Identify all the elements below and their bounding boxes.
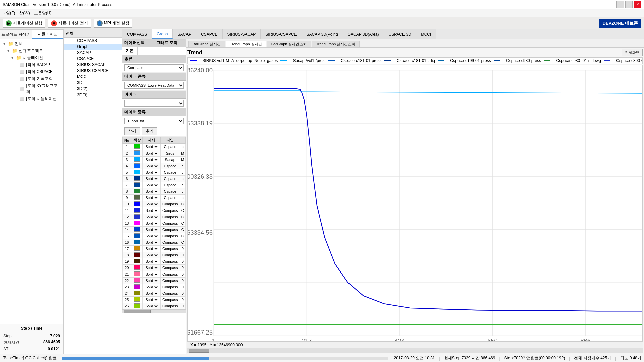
subtab-trendgraph-history[interactable]: TrendGraph 실시간조회: [312, 41, 360, 47]
close-button[interactable]: ✕: [634, 1, 641, 8]
center-node-sacap[interactable]: SACAP: [64, 50, 122, 56]
dash-select[interactable]: Solid: [144, 145, 159, 149]
table-row[interactable]: 14 Solid Compass C: [123, 227, 186, 233]
table-row[interactable]: 11 Solid Compass C: [123, 207, 186, 214]
fullscreen-button[interactable]: 전체화면: [622, 49, 643, 56]
center-node-3d[interactable]: 3D: [64, 80, 122, 86]
id-select[interactable]: [124, 100, 184, 107]
dash-select[interactable]: Solid: [144, 253, 159, 257]
delete-button[interactable]: 삭제: [124, 127, 140, 135]
table-scrollbar[interactable]: [122, 309, 186, 313]
table-row[interactable]: 22 Solid Compass 0: [123, 278, 186, 284]
dash-select[interactable]: Solid: [144, 208, 159, 213]
subtab-bargraph-realtime[interactable]: BarGraph 실시간: [188, 41, 225, 47]
class-select[interactable]: Compass: [124, 64, 184, 71]
table-row[interactable]: 4 Solid Cspace c: [123, 163, 186, 169]
dash-select[interactable]: Solid: [144, 240, 159, 245]
table-row[interactable]: 17 Solid Compass 0: [123, 246, 186, 252]
dash-select[interactable]: Solid: [144, 285, 159, 289]
tab-simulation[interactable]: 시뮬레이션: [32, 29, 64, 39]
dash-select[interactable]: Solid: [144, 215, 159, 219]
dash-select[interactable]: Solid: [144, 228, 159, 232]
maximize-button[interactable]: □: [625, 1, 633, 8]
center-node-sirius-csapce[interactable]: SIRIUS-CSAPCE: [64, 68, 122, 74]
tab-project-explorer[interactable]: 프로젝트 탐색기: [0, 29, 32, 39]
dash-select[interactable]: Solid: [144, 298, 159, 302]
data-class-select[interactable]: COMPASS_LowerHeadData: [124, 82, 184, 89]
table-row[interactable]: 26 Solid Compass 0: [123, 303, 186, 309]
mpi-setting-button[interactable]: 👤 MPI 계정 설정: [94, 19, 132, 28]
menu-help[interactable]: 도움말(H): [34, 10, 52, 16]
center-node-compass[interactable]: COMPASS: [64, 38, 122, 44]
table-row[interactable]: 10 Solid Compass C: [123, 201, 186, 207]
center-node-sirius-sacap[interactable]: SIRIUS-SACAP: [64, 62, 122, 68]
tree-node-records[interactable]: ⬜ [조회]기록조회: [1, 75, 62, 82]
dash-select[interactable]: Solid: [144, 234, 159, 238]
tab-compass[interactable]: COMPASS: [122, 29, 152, 39]
tab-sirius-csapce[interactable]: SIRIUS-CSAPCE: [261, 29, 302, 39]
tree-node-simulation[interactable]: ▼ 📁 시뮬레이션: [1, 54, 62, 61]
tree-node-all[interactable]: ▼ 📁 전체: [1, 40, 62, 47]
menu-file[interactable]: 파일(F): [2, 10, 15, 16]
dash-select[interactable]: Solid: [144, 272, 159, 277]
table-row[interactable]: 15 Solid Compass C: [123, 233, 186, 239]
tab-sacap-3d-area[interactable]: SACAP 3D(Area): [343, 29, 384, 39]
center-node-mcci[interactable]: MCCI: [64, 74, 122, 80]
dash-select[interactable]: Solid: [144, 291, 159, 296]
table-row[interactable]: 3 Solid Sacap M: [123, 157, 186, 163]
add-button[interactable]: 추가: [142, 127, 157, 135]
table-row[interactable]: 2 Solid Sirus M: [123, 150, 186, 157]
tree-node-cspace[interactable]: ⬜ [작화]CSPACE: [1, 68, 62, 75]
table-row[interactable]: 9 Solid Cspace c: [123, 195, 186, 201]
dash-select[interactable]: Solid: [144, 202, 159, 206]
tree-node-xy-graph[interactable]: ⬜ [조회]XY그래프조회: [1, 82, 62, 95]
dash-select[interactable]: Solid: [144, 196, 159, 200]
dash-select[interactable]: Solid: [144, 266, 159, 270]
dash-select[interactable]: Solid: [144, 247, 159, 251]
dash-select[interactable]: Solid: [144, 189, 159, 194]
tree-node-sim-view[interactable]: ⬜ [조회]시뮬레이션: [1, 95, 62, 102]
table-row[interactable]: 18 Solid Compass 0: [123, 252, 186, 258]
center-node-csapce[interactable]: CSAPCE: [64, 56, 122, 62]
table-row[interactable]: 1 Solid Cspace c: [123, 144, 186, 150]
table-row[interactable]: 21 Solid Compass 0: [123, 271, 186, 278]
chart-scrollbar-thumb[interactable]: [189, 349, 209, 353]
tree-node-new-project[interactable]: ▼ 📁 신규프로젝트: [1, 47, 62, 54]
center-node-graph[interactable]: Graph: [64, 44, 122, 50]
data-type-select[interactable]: T_cori_tot: [124, 118, 184, 124]
tree-node-sacap[interactable]: ⬜ [작화]SACAP: [1, 61, 62, 68]
dash-select[interactable]: Solid: [144, 164, 159, 168]
tab-cspace-3d[interactable]: CSPACE 3D: [384, 29, 416, 39]
table-row[interactable]: 6 Solid Cspace c: [123, 176, 186, 182]
table-row[interactable]: 20 Solid Compass 0: [123, 265, 186, 271]
sim-run-button[interactable]: ▶ 시뮬레이션 실행: [3, 19, 45, 28]
dash-select[interactable]: Solid: [144, 221, 159, 226]
tab-sirius-sacap[interactable]: SIRIUS-SACAP: [223, 29, 261, 39]
table-row[interactable]: 19 Solid Compass 0: [123, 258, 186, 265]
dash-select[interactable]: Solid: [144, 279, 159, 283]
table-row[interactable]: 12 Solid Compass C: [123, 214, 186, 220]
table-row[interactable]: 7 Solid Cspace c: [123, 182, 186, 188]
dash-select[interactable]: Solid: [144, 304, 159, 308]
subtab-trendgraph-realtime[interactable]: TrendGraph 실시간: [226, 41, 266, 47]
table-row[interactable]: 16 Solid Compass C: [123, 239, 186, 246]
chart-scrollbar[interactable]: [187, 348, 643, 353]
table-row[interactable]: 5 Solid Cspace c: [123, 169, 186, 176]
tab-sacap[interactable]: SACAP: [173, 29, 196, 39]
table-row[interactable]: 13 Solid Compass C: [123, 220, 186, 227]
dash-select[interactable]: Solid: [144, 259, 159, 264]
sim-stop-button[interactable]: ■ 시뮬레이션 정지: [48, 19, 91, 28]
tab-basic[interactable]: 기본: [122, 47, 138, 55]
table-row[interactable]: 25 Solid Compass 0: [123, 297, 186, 303]
minimize-button[interactable]: —: [616, 1, 624, 8]
table-row[interactable]: 24 Solid Compass 0: [123, 290, 186, 297]
center-node-3d3[interactable]: 3D(3): [64, 92, 122, 98]
dash-select[interactable]: Solid: [144, 183, 159, 187]
table-row[interactable]: 8 Solid Cspace c: [123, 188, 186, 195]
center-node-3d2[interactable]: 3D(2): [64, 86, 122, 92]
dash-select[interactable]: Solid: [144, 151, 159, 156]
table-row[interactable]: 23 Solid Compass 0: [123, 284, 186, 290]
window-controls[interactable]: — □ ✕: [616, 1, 641, 8]
tab-mcci[interactable]: MCCI: [416, 29, 436, 39]
subtab-bargraph-history[interactable]: BarGraph 실시간조회: [267, 41, 311, 47]
